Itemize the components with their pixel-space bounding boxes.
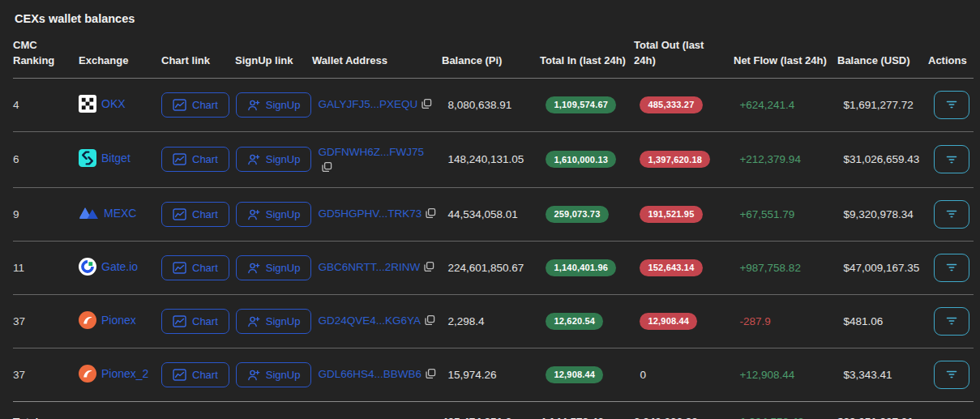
- signup-button-label: SignUp: [266, 315, 301, 327]
- total-balance-pi: 425,474,951.3: [442, 416, 540, 419]
- balance-usd-value: $481.06: [843, 315, 934, 327]
- line-chart-icon: [173, 369, 186, 381]
- table-body: 4 OKX Chart SignUp GALYJFJ5...PXEQU 8,08…: [13, 79, 974, 402]
- total-out-value: 152,643.14: [640, 259, 702, 276]
- wallet-address-link[interactable]: GDFNWH6Z...FWJ75: [318, 146, 424, 158]
- row-actions-button[interactable]: [934, 91, 969, 119]
- balance-usd-value: $9,320,978.34: [843, 208, 934, 220]
- chart-button[interactable]: Chart: [161, 255, 229, 280]
- table-row: 4 OKX Chart SignUp GALYJFJ5...PXEQU 8,08…: [13, 79, 974, 132]
- total-in-badge: 1,109,574.67: [546, 96, 616, 113]
- balance-pi-value: 148,240,131.05: [447, 153, 546, 165]
- wallet-address-link[interactable]: GBC6NRTT...2RINW: [318, 261, 420, 273]
- total-in-badge: 1,610,000.13: [546, 151, 616, 168]
- exchange-link[interactable]: MEXC: [79, 205, 136, 221]
- wallet-address-link[interactable]: GALYJFJ5...PXEQU: [318, 98, 417, 110]
- signup-button-label: SignUp: [266, 153, 301, 165]
- total-balance-usd: $89,051,907.31: [837, 416, 928, 419]
- copy-icon[interactable]: [425, 368, 436, 382]
- cmc-ranking-value: 6: [13, 153, 79, 165]
- column-header-actions: Actions: [928, 53, 974, 69]
- line-chart-icon: [173, 153, 186, 165]
- wallet-address-link[interactable]: GD5HGPHV...TRK73: [318, 207, 422, 220]
- chart-button[interactable]: Chart: [161, 362, 229, 387]
- total-in-badge: 1,140,401.96: [546, 259, 616, 276]
- chart-button[interactable]: Chart: [161, 202, 229, 227]
- line-chart-icon: [173, 315, 186, 327]
- exchange-name: Pionex_2: [101, 367, 148, 380]
- row-actions-button[interactable]: [934, 200, 969, 229]
- exchange-link[interactable]: Pionex: [79, 311, 136, 329]
- total-out-value: 485,333.27: [640, 96, 702, 113]
- total-out-value: 191,521.95: [640, 206, 702, 223]
- chart-button-label: Chart: [192, 262, 218, 274]
- copy-icon[interactable]: [425, 207, 436, 221]
- column-header-total-in: Total In (last 24h): [540, 53, 634, 69]
- balance-pi-value: 2,298.4: [447, 315, 546, 327]
- filter-icon: [945, 370, 958, 379]
- column-header-total-out: Total Out (last 24h): [634, 38, 734, 69]
- person-plus-icon: [247, 208, 260, 220]
- exchange-name: OKX: [101, 97, 126, 110]
- filter-icon: [945, 316, 958, 326]
- copy-icon[interactable]: [424, 314, 435, 328]
- chart-button-label: Chart: [192, 153, 218, 165]
- chart-button[interactable]: Chart: [161, 147, 229, 172]
- exchange-name: Gate.io: [101, 260, 138, 273]
- exchange-link[interactable]: OKX: [79, 95, 126, 113]
- copy-icon[interactable]: [421, 98, 432, 112]
- signup-button-label: SignUp: [266, 99, 301, 111]
- total-out-value: 2,240,026.98: [634, 416, 734, 419]
- line-chart-icon: [173, 208, 186, 220]
- column-header-signup-link: SignUp link: [235, 53, 312, 69]
- bitget-logo-icon: [79, 149, 96, 167]
- signup-button[interactable]: SignUp: [236, 92, 312, 118]
- line-chart-icon: [173, 99, 186, 111]
- cmc-ranking-value: 9: [13, 208, 79, 220]
- table-row: 6 Bitget Chart SignUp GDFNWH6Z...FWJ75 1…: [13, 132, 974, 188]
- signup-button[interactable]: SignUp: [236, 255, 312, 280]
- chart-button-label: Chart: [192, 208, 218, 220]
- signup-button-label: SignUp: [266, 369, 301, 381]
- table-row: 37 Pionex Chart SignUp GD24QVE4...KG6YA …: [13, 295, 974, 348]
- exchange-name: Bitget: [101, 152, 131, 165]
- table-row: 11 Gate.io Chart SignUp GBC6NRTT...2RINW…: [13, 242, 974, 295]
- total-net-flow-value: +1,904,552.48: [734, 416, 837, 419]
- exchange-link[interactable]: Pionex_2: [79, 365, 148, 383]
- filter-icon: [945, 155, 958, 165]
- row-actions-button[interactable]: [934, 254, 969, 282]
- person-plus-icon: [247, 153, 260, 165]
- chart-button[interactable]: Chart: [161, 309, 229, 334]
- row-actions-button[interactable]: [934, 145, 969, 173]
- copy-icon[interactable]: [423, 261, 434, 275]
- signup-button[interactable]: SignUp: [236, 362, 312, 387]
- row-actions-button[interactable]: [934, 307, 969, 336]
- copy-icon[interactable]: [321, 161, 332, 175]
- wallet-address-link[interactable]: GD24QVE4...KG6YA: [318, 314, 421, 327]
- total-row: Total 425,474,951.3 4,144,579.46 2,240,0…: [13, 401, 974, 419]
- total-label: Total: [13, 416, 79, 419]
- exchange-name: MEXC: [104, 207, 136, 220]
- exchange-link[interactable]: Gate.io: [79, 258, 138, 276]
- total-in-value: 4,144,579.46: [540, 416, 634, 419]
- row-actions-button[interactable]: [934, 361, 969, 389]
- chart-button[interactable]: Chart: [161, 92, 229, 118]
- signup-button[interactable]: SignUp: [236, 309, 312, 334]
- chart-button-label: Chart: [192, 369, 218, 381]
- signup-button[interactable]: SignUp: [236, 202, 312, 227]
- total-in-badge: 12,908.44: [546, 366, 603, 383]
- total-out-value: 1,397,620.18: [640, 151, 710, 168]
- balance-usd-value: $47,009,167.35: [843, 262, 934, 274]
- person-plus-icon: [247, 99, 260, 111]
- wallet-address-link[interactable]: GDL66HS4...BBWB6: [318, 368, 422, 380]
- cex-wallet-balances-card: CEXs wallet balances CMC Ranking Exchang…: [0, 0, 980, 419]
- cmc-ranking-value: 37: [13, 315, 79, 327]
- filter-icon: [945, 263, 958, 272]
- filter-icon: [945, 100, 958, 109]
- person-plus-icon: [247, 262, 260, 274]
- mexc-logo-icon: [79, 205, 99, 221]
- table-row: 9 MEXC Chart SignUp GD5HGPHV...TRK73 44,…: [13, 188, 974, 242]
- exchange-link[interactable]: Bitget: [79, 149, 131, 167]
- cmc-ranking-value: 11: [13, 262, 79, 274]
- signup-button[interactable]: SignUp: [236, 147, 312, 172]
